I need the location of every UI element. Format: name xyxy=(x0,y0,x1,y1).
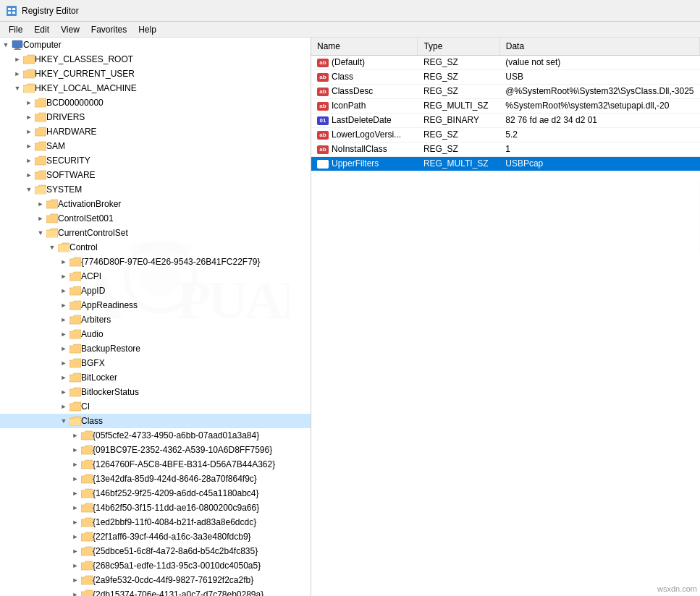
tree-expander[interactable]: ► xyxy=(58,343,69,354)
menu-item-edit[interactable]: Edit xyxy=(28,23,55,36)
tree-item-controlset001[interactable]: ►ControlSet001 xyxy=(0,211,311,226)
tree-item-system[interactable]: ▼SYSTEM xyxy=(0,182,311,197)
tree-item-drivers[interactable]: ►DRIVERS xyxy=(0,110,311,124)
tree-expander[interactable]: ▼ xyxy=(35,227,46,239)
tree-item-backuprestore[interactable]: ►BackupRestore xyxy=(0,341,311,356)
reg-row[interactable]: abUpperFiltersREG_MULTI_SZUSBPcap xyxy=(311,156,700,171)
tree-expander[interactable]: ► xyxy=(58,357,69,369)
tree-item-appreadiness[interactable]: ►AppReadiness xyxy=(0,298,311,312)
tree-label: {268c95a1-edfe-11d3-95c3-0010dc4050a5} xyxy=(93,561,261,571)
tree-expander[interactable]: ▼ xyxy=(58,415,69,427)
reg-row[interactable]: abLowerLogoVersi...REG_SZ5.2 xyxy=(311,127,700,142)
tree-item-class6[interactable]: ►{14b62f50-3f15-11dd-ae16-0800200c9a66} xyxy=(0,501,311,515)
tree-item-hkey_local_machine[interactable]: ▼HKEY_LOCAL_MACHINE xyxy=(0,81,311,95)
tree-expander[interactable]: ► xyxy=(58,256,69,268)
tree-expander[interactable]: ▼ xyxy=(46,242,58,253)
tree-item-audio[interactable]: ►Audio xyxy=(0,327,311,341)
tree-expander[interactable]: ► xyxy=(12,68,23,80)
tree-expander[interactable]: ► xyxy=(58,314,69,325)
tree-label: Arbiters xyxy=(81,315,111,325)
tree-expander[interactable]: ► xyxy=(69,589,81,596)
tree-item-appid[interactable]: ►AppID xyxy=(0,284,311,298)
tree-expander[interactable]: ► xyxy=(23,111,35,123)
menu-item-help[interactable]: Help xyxy=(132,23,162,36)
tree-item-arbiters[interactable]: ►Arbiters xyxy=(0,312,311,327)
tree-expander[interactable]: ► xyxy=(58,386,69,398)
tree-expander[interactable]: ► xyxy=(69,574,81,586)
tree-label: Control xyxy=(69,242,98,252)
tree-item-class11[interactable]: ►{2a9fe532-0cdc-44f9-9827-76192f2ca2fb} xyxy=(0,573,311,587)
tree-expander[interactable]: ► xyxy=(23,140,35,152)
tree-item-class3[interactable]: ►{1264760F-A5C8-4BFE-B314-D56A7B44A362} xyxy=(0,457,311,472)
tree-expander[interactable]: ► xyxy=(69,459,81,470)
tree-item-currentcontrolset[interactable]: ▼CurrentControlSet xyxy=(0,226,311,240)
tree-expander[interactable]: ► xyxy=(58,271,69,282)
tree-scroll[interactable]: ▼Computer►HKEY_CLASSES_ROOT►HKEY_CURRENT… xyxy=(0,38,311,596)
tree-item-bitlocker[interactable]: ►BitLocker xyxy=(0,370,311,385)
tree-expander[interactable]: ► xyxy=(69,444,81,456)
tree-item-computer[interactable]: ▼Computer xyxy=(0,38,311,52)
tree-item-class7[interactable]: ►{1ed2bbf9-11f0-4084-b21f-ad83a8e6dcdc} xyxy=(0,515,311,529)
tree-item-bgfx[interactable]: ►BGFX xyxy=(0,356,311,370)
tree-expander[interactable]: ► xyxy=(23,126,35,137)
tree-expander[interactable]: ► xyxy=(69,531,81,542)
tree-expander[interactable]: ► xyxy=(69,516,81,528)
menu-item-view[interactable]: View xyxy=(55,23,85,36)
reg-row[interactable]: 01LastDeleteDateREG_BINARY82 76 fd ae d2… xyxy=(311,113,700,127)
tree-expander[interactable]: ► xyxy=(35,198,46,210)
tree-item-class8[interactable]: ►{22f1aff6-39cf-446d-a16c-3a3e480fdcb9} xyxy=(0,529,311,544)
tree-expander[interactable]: ► xyxy=(23,97,35,108)
tree-item-security[interactable]: ►SECURITY xyxy=(0,153,311,168)
tree-expander[interactable]: ► xyxy=(69,560,81,571)
tree-item-hkey_current_user[interactable]: ►HKEY_CURRENT_USER xyxy=(0,67,311,81)
tree-item-class10[interactable]: ►{268c95a1-edfe-11d3-95c3-0010dc4050a5} xyxy=(0,558,311,573)
tree-item-bcd00000000[interactable]: ►BCD00000000 xyxy=(0,95,311,110)
tree-item-acpi[interactable]: ►ACPI xyxy=(0,269,311,284)
svg-rect-7 xyxy=(14,49,21,50)
tree-expander[interactable]: ▼ xyxy=(23,184,35,195)
tree-label: BitlockerStatus xyxy=(81,387,139,397)
tree-expander[interactable]: ► xyxy=(58,328,69,340)
tree-item-control[interactable]: ▼Control xyxy=(0,240,311,255)
tree-item-hardware[interactable]: ►HARDWARE xyxy=(0,124,311,139)
tree-expander[interactable]: ► xyxy=(23,155,35,166)
reg-row[interactable]: abClassREG_SZUSB xyxy=(311,69,700,84)
tree-item-class12[interactable]: ►{2db15374-706e-4131-a0c7-d7c78eb0289a} xyxy=(0,587,311,596)
right-scroll[interactable]: Name Type Data ab(Default)REG_SZ(value n… xyxy=(311,38,700,596)
tree-label: {146bf252-9f25-4209-a6dd-c45a1180abc4} xyxy=(93,488,259,498)
tree-expander[interactable]: ► xyxy=(69,502,81,514)
tree-expander[interactable]: ► xyxy=(58,285,69,297)
tree-expander[interactable]: ► xyxy=(12,54,23,65)
tree-expander[interactable]: ► xyxy=(58,372,69,383)
tree-item-class4[interactable]: ►{13e42dfa-85d9-424d-8646-28a70f864f9c} xyxy=(0,472,311,486)
tree-expander[interactable]: ► xyxy=(69,545,81,557)
tree-item-class9[interactable]: ►{25dbce51-6c8f-4a72-8a6d-b54c2b4fc835} xyxy=(0,544,311,558)
tree-item-hkey_classes_root[interactable]: ►HKEY_CLASSES_ROOT xyxy=(0,52,311,67)
tree-expander[interactable]: ► xyxy=(35,213,46,224)
reg-row[interactable]: abIconPathREG_MULTI_SZ%SystemRoot%\syste… xyxy=(311,98,700,113)
tree-item-bitlockerstatus[interactable]: ►BitlockerStatus xyxy=(0,385,311,399)
menu-item-file[interactable]: File xyxy=(3,23,28,36)
tree-item-sam[interactable]: ►SAM xyxy=(0,139,311,153)
reg-row[interactable]: ab(Default)REG_SZ(value not set) xyxy=(311,55,700,69)
tree-expander[interactable]: ► xyxy=(23,169,35,181)
folder-icon xyxy=(81,561,93,571)
tree-expander[interactable]: ► xyxy=(58,401,69,412)
tree-expander[interactable]: ▼ xyxy=(12,82,23,94)
tree-expander[interactable]: ► xyxy=(69,430,81,441)
menu-item-favorites[interactable]: Favorites xyxy=(85,23,132,36)
reg-row[interactable]: abClassDescREG_SZ@%SystemRoot%\System32\… xyxy=(311,84,700,98)
tree-item-class5[interactable]: ►{146bf252-9f25-4209-a6dd-c45a1180abc4} xyxy=(0,486,311,501)
reg-row[interactable]: abNoInstallClassREG_SZ1 xyxy=(311,142,700,156)
tree-expander[interactable]: ► xyxy=(69,473,81,485)
tree-item-class2[interactable]: ►{091BC97E-2352-4362-A539-10A6D8FF7596} xyxy=(0,443,311,457)
tree-expander[interactable]: ► xyxy=(69,488,81,499)
tree-item-class[interactable]: ▼Class xyxy=(0,414,311,428)
tree-item-guid1[interactable]: ►{7746D80F-97E0-4E26-9543-26B41FC22F79} xyxy=(0,255,311,269)
tree-item-ci[interactable]: ►CI xyxy=(0,399,311,414)
tree-expander[interactable]: ► xyxy=(58,299,69,311)
tree-item-activationbroker[interactable]: ►ActivationBroker xyxy=(0,197,311,211)
tree-expander[interactable]: ▼ xyxy=(0,39,12,51)
tree-item-class1[interactable]: ►{05f5cfe2-4733-4950-a6bb-07aad01a3a84} xyxy=(0,428,311,443)
tree-item-software[interactable]: ►SOFTWARE xyxy=(0,168,311,182)
